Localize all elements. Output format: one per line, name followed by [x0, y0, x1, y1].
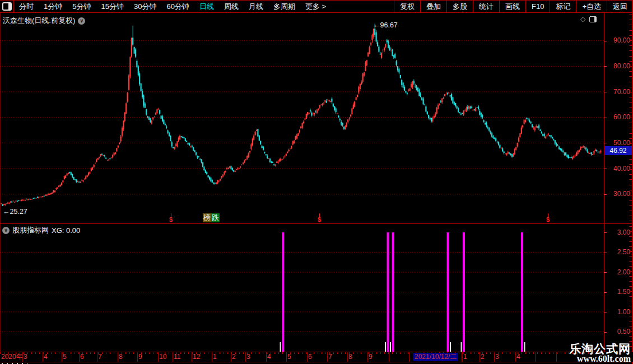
month-label: 11 [174, 353, 180, 361]
top-toolbar: 分时1分钟5分钟15分钟30分钟60分钟日线周线月线多周期更多 > 复权叠加多股… [0, 0, 633, 13]
month-label: 12 [193, 353, 200, 361]
price-tick-mark [604, 143, 607, 143]
month-label: 3 [24, 353, 27, 361]
action-画线[interactable]: 画线 [499, 1, 525, 12]
month-separator [192, 352, 192, 362]
indicator-canvas[interactable] [0, 224, 604, 352]
watermark: 乐淘公式网 www.60lt.com [569, 343, 631, 363]
menu-item-60分钟[interactable]: 60分钟 [161, 2, 194, 12]
price-tick-mark [604, 118, 607, 118]
menu-item-日线[interactable]: 日线 [194, 2, 219, 12]
action-叠加[interactable]: 叠加 [420, 1, 446, 12]
price-tick-mark [604, 66, 607, 67]
month-separator [158, 352, 159, 362]
indicator-tick-mark [604, 312, 607, 312]
month-label: 7 [98, 353, 102, 361]
month-separator [231, 352, 231, 362]
price-tick-label: 80.00 [604, 63, 630, 70]
month-label: 8 [348, 353, 352, 361]
month-separator [43, 352, 43, 362]
action-复权[interactable]: 复权 [394, 1, 420, 12]
indicator-value: XG: 0.00 [52, 226, 80, 235]
month-label: 1 [213, 353, 217, 361]
month-separator [556, 352, 557, 362]
month-label: 4 [516, 353, 520, 361]
price-tick-label: 90.00 [604, 37, 630, 44]
indicator-tick-mark [604, 253, 607, 253]
month-separator [409, 352, 409, 362]
month-separator [494, 352, 495, 362]
date-axis[interactable]: 2020年345678910111212345678912342021/10/1… [0, 352, 633, 362]
dividend-marker: $ [546, 213, 550, 222]
month-separator [97, 352, 97, 362]
indicator-tick-label: 3.00 [604, 229, 630, 236]
action-多股[interactable]: 多股 [446, 1, 473, 12]
menu-item-1分钟[interactable]: 1分钟 [39, 2, 67, 12]
axis-minor-ticks [629, 15, 632, 222]
app-window: 分时1分钟5分钟15分钟30分钟60分钟日线周线月线多周期更多 > 复权叠加多股… [0, 0, 633, 364]
action-统计[interactable]: 统计 [473, 1, 499, 12]
month-label: 2 [232, 353, 236, 361]
month-separator [307, 352, 308, 362]
month-separator [327, 352, 328, 362]
indicator-tick-label: 2.00 [604, 269, 630, 276]
indicator-tick-mark [604, 332, 607, 333]
action-+自选[interactable]: +自选 [576, 1, 607, 12]
indicator-tick-mark [604, 232, 607, 233]
month-label: 9 [369, 353, 373, 361]
menu-item-15分钟[interactable]: 15分钟 [96, 2, 128, 12]
indicator-header: ∨ 股朋指标网 XG: 0.00 [2, 225, 80, 235]
month-label: 4 [267, 353, 271, 361]
month-label: 5 [287, 353, 291, 361]
period-menu: 分时1分钟5分钟15分钟30分钟60分钟日线周线月线多周期更多 > [14, 1, 331, 12]
indicator-tick-label: 1.00 [604, 309, 630, 316]
menu-item-更多 >[interactable]: 更多 > [300, 2, 331, 12]
month-separator [79, 352, 80, 362]
action-返回[interactable]: 返回 [607, 1, 633, 12]
month-separator [173, 352, 173, 362]
menu-item-5分钟[interactable]: 5分钟 [67, 2, 96, 12]
menu-item-30分钟[interactable]: 30分钟 [129, 2, 161, 12]
month-label: 2 [481, 353, 485, 361]
month-label: 10 [159, 353, 166, 361]
month-label: 2020年 [1, 353, 23, 361]
dividend-marker: $ [169, 213, 173, 222]
window-layout-button[interactable] [0, 1, 14, 12]
month-separator [137, 352, 138, 362]
price-tick-mark [604, 169, 607, 169]
month-separator [286, 352, 287, 362]
menu-item-周线[interactable]: 周线 [219, 2, 244, 12]
month-label: 3 [495, 353, 499, 361]
dollar-icon: $ [169, 217, 173, 222]
dollar-icon: $ [546, 217, 550, 222]
low-price-label: ←25.27 [3, 208, 27, 216]
price-tick-mark [604, 92, 607, 92]
high-price-label: ←96.67 [373, 21, 398, 29]
month-separator [367, 352, 368, 362]
action-menu: 复权叠加多股统计画线F10标记+自选返回 [394, 1, 633, 12]
month-label: 8 [119, 353, 123, 361]
price-tick-mark [604, 41, 607, 41]
month-label: 5 [63, 353, 67, 361]
month-label: 7 [328, 353, 332, 361]
rank-drop-badge: 榜 跌 [203, 213, 220, 222]
month-label: 6 [308, 353, 312, 361]
menu-item-多周期[interactable]: 多周期 [268, 2, 300, 12]
last-price-badge: 46.92 [604, 146, 632, 155]
month-label: 9 [138, 353, 142, 361]
dividend-marker: $ [318, 213, 321, 222]
month-separator [266, 352, 267, 362]
month-separator [462, 352, 462, 362]
indicator-tick-label: 0.50 [604, 328, 630, 335]
indicator-tick-label: 2.50 [604, 249, 630, 256]
menu-item-月线[interactable]: 月线 [244, 2, 268, 12]
action-标记[interactable]: 标记 [550, 1, 576, 12]
month-label: 4 [44, 353, 48, 361]
month-separator [62, 352, 62, 362]
window-layout-icon [2, 2, 12, 11]
action-F10[interactable]: F10 [525, 1, 550, 12]
price-tick-label: 50.00 [604, 139, 630, 147]
chevron-down-circle-icon[interactable]: ∨ [2, 227, 10, 234]
candlestick-canvas[interactable] [0, 13, 604, 223]
menu-item-分时[interactable]: 分时 [14, 2, 39, 12]
